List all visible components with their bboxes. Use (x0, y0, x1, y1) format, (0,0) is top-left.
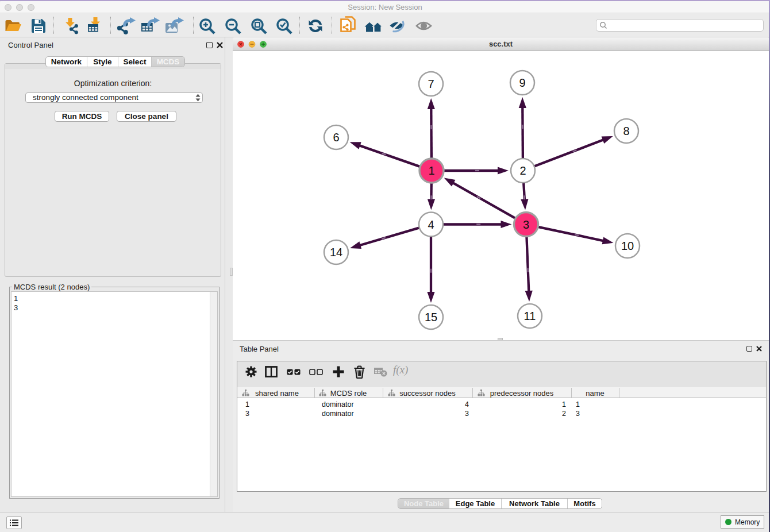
svg-text:8: 8 (623, 125, 629, 137)
svg-text:10: 10 (621, 240, 634, 252)
svg-text:14: 14 (330, 246, 342, 259)
svg-text:11: 11 (524, 310, 536, 322)
svg-text:1: 1 (428, 164, 434, 177)
svg-text:6: 6 (333, 131, 339, 144)
svg-text:7: 7 (428, 78, 434, 90)
svg-text:2: 2 (519, 164, 526, 177)
svg-text:3: 3 (523, 218, 529, 231)
svg-text:4: 4 (428, 218, 434, 231)
svg-text:15: 15 (425, 311, 437, 323)
svg-text:9: 9 (519, 76, 525, 89)
